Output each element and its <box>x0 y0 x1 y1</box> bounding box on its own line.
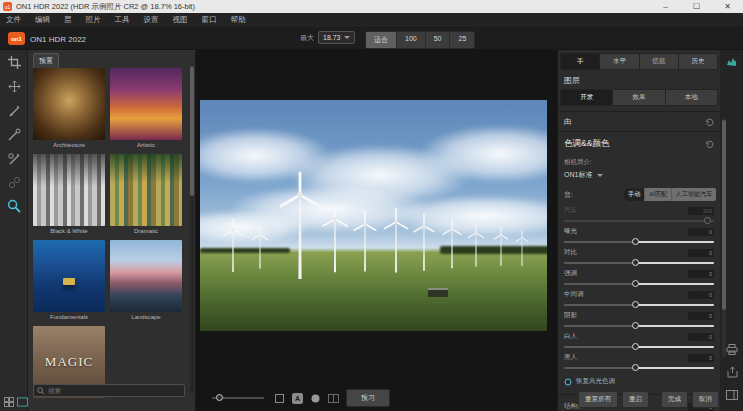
hdr-pane-header[interactable]: 由 <box>558 111 720 131</box>
slider-handle[interactable] <box>632 259 639 266</box>
reset-icon[interactable] <box>705 140 714 149</box>
crop-tool-button[interactable] <box>0 50 28 74</box>
tab-info[interactable]: 信息 <box>640 54 679 69</box>
menu-file[interactable]: 文件 <box>6 15 21 25</box>
menu-view[interactable]: 视图 <box>173 15 188 25</box>
chisel-tool-button[interactable] <box>0 170 28 194</box>
preset-category-architecture[interactable]: Architecture <box>33 68 105 149</box>
tone-ai-auto-button[interactable]: 人工智能汽车 <box>672 188 716 201</box>
slider-value[interactable]: 0 <box>688 228 714 236</box>
slider-value[interactable]: 0 <box>688 354 714 362</box>
panel-scrollbar[interactable] <box>722 118 726 358</box>
preset-thumbnail <box>110 154 182 226</box>
menu-help[interactable]: 帮助 <box>231 15 246 25</box>
menu-layer[interactable]: 层 <box>64 15 72 25</box>
side-panel-icon[interactable] <box>725 388 739 402</box>
move-tool-button[interactable] <box>0 74 28 98</box>
zoom-preset-group: 适合 100 50 25 <box>365 31 475 49</box>
preset-category-fundamentals[interactable]: Fundamentals <box>33 240 105 321</box>
slider-handle[interactable] <box>632 322 639 329</box>
slider-value[interactable]: 0 <box>688 333 714 341</box>
menu-photo[interactable]: 照片 <box>86 15 101 25</box>
slider-handle[interactable] <box>632 343 639 350</box>
preset-category-dramatic[interactable]: Dramatic <box>110 154 182 235</box>
done-button[interactable]: 完成 <box>661 391 688 408</box>
zoom-50-button[interactable]: 50 <box>426 32 451 48</box>
tab-levels[interactable]: 水平 <box>600 54 639 69</box>
zoom-value: 18.73 <box>323 34 341 41</box>
preset-scrollbar[interactable] <box>190 64 194 394</box>
histogram-icon[interactable] <box>725 54 739 68</box>
reset-icon[interactable] <box>705 118 714 127</box>
app-title: ON1 HDR 2022 <box>30 35 86 44</box>
view-zoom-tool-button[interactable] <box>0 194 28 218</box>
bottom-zoom-slider[interactable] <box>212 397 264 399</box>
contrast-slider: 对比0 <box>558 245 720 264</box>
slider-handle[interactable] <box>704 217 711 224</box>
zoom-25-button[interactable]: 25 <box>450 32 474 48</box>
menu-settings[interactable]: 设置 <box>144 15 159 25</box>
preset-thumbnail <box>33 68 105 140</box>
slider-handle[interactable] <box>632 238 639 245</box>
menu-tools[interactable]: 工具 <box>115 15 130 25</box>
close-button[interactable]: ✕ <box>712 0 743 13</box>
menu-edit[interactable]: 编辑 <box>35 15 50 25</box>
tone-manual-button[interactable]: 手动 <box>624 188 645 201</box>
browse-grid-icon[interactable] <box>3 396 14 407</box>
slider-handle[interactable] <box>216 394 223 401</box>
photo-windfarm[interactable] <box>200 100 547 331</box>
tab-navigator[interactable]: 手 <box>561 54 600 69</box>
slider-handle[interactable] <box>632 280 639 287</box>
search-input[interactable] <box>48 387 181 394</box>
slider-handle[interactable] <box>632 364 639 371</box>
edit-mode-tabs: 开发 效果 本地 <box>560 89 718 106</box>
zoom-value-dropdown[interactable]: 18.73 <box>318 31 355 44</box>
soft-proof-icon[interactable]: A <box>292 393 303 404</box>
camera-profile-dropdown[interactable]: ON1标准 <box>558 168 720 184</box>
tool-column <box>0 50 28 411</box>
slider-value[interactable]: 0 <box>688 312 714 320</box>
slider-value[interactable]: 0 <box>688 270 714 278</box>
slider-value[interactable]: 0 <box>688 291 714 299</box>
printer-icon[interactable] <box>725 342 739 356</box>
preset-category-black-white[interactable]: Black & White <box>33 154 105 235</box>
slider-handle[interactable] <box>632 301 639 308</box>
right-panel: 手 水平 信息 历史 图层 开发 效果 本地 由 色调&&颜色 相机简介: O <box>557 50 720 411</box>
export-icon[interactable] <box>725 365 739 379</box>
preset-thumbnail <box>110 68 182 140</box>
fit-button[interactable]: 适合 <box>366 32 397 48</box>
search-icon <box>37 387 45 395</box>
minimize-button[interactable]: – <box>650 0 681 13</box>
tab-develop[interactable]: 开发 <box>561 90 613 105</box>
tab-local[interactable]: 本地 <box>666 90 717 105</box>
panel-top-tabs: 手 水平 信息 历史 <box>560 53 718 70</box>
zoom-100-button[interactable]: 100 <box>397 32 426 48</box>
menu-window[interactable]: 窗口 <box>202 15 217 25</box>
tone-ai-match-button[interactable]: AI匹配 <box>645 188 672 201</box>
tone-color-pane-header[interactable]: 色调&&颜色 <box>558 131 720 154</box>
exposure-slider: 曝光0 <box>558 224 720 243</box>
preview-button[interactable]: 预习 <box>346 389 390 407</box>
cancel-button[interactable]: 取消 <box>692 391 719 408</box>
menu-bar: 文件 编辑 层 照片 工具 设置 视图 窗口 帮助 <box>0 13 743 27</box>
shadows-slider: 阴影0 <box>558 308 720 327</box>
layers-title: 图层 <box>558 70 720 89</box>
split-view-icon[interactable] <box>328 393 339 404</box>
slider-value[interactable]: 0 <box>688 249 714 257</box>
compare-box-icon[interactable] <box>274 393 285 404</box>
preset-category-landscape[interactable]: Landscape <box>110 240 182 321</box>
presets-button[interactable]: 预置 <box>33 53 59 69</box>
slider-value[interactable]: 100 <box>688 207 714 215</box>
masking-bug-tool-button[interactable] <box>0 122 28 146</box>
tab-effects[interactable]: 效果 <box>613 90 665 105</box>
preview-circle-icon[interactable] <box>310 393 321 404</box>
recover-highlights-toggle[interactable]: 恢复高光色调 <box>558 371 720 390</box>
masking-brush-tool-button[interactable] <box>0 98 28 122</box>
reset-all-button[interactable]: 重置所有 <box>578 391 618 408</box>
edit-view-icon[interactable] <box>17 396 28 407</box>
tab-history[interactable]: 历史 <box>679 54 717 69</box>
refine-brush-tool-button[interactable] <box>0 146 28 170</box>
reset-button[interactable]: 重启 <box>622 391 649 408</box>
maximize-button[interactable]: ☐ <box>681 0 712 13</box>
preset-category-artistic[interactable]: Artistic <box>110 68 182 149</box>
